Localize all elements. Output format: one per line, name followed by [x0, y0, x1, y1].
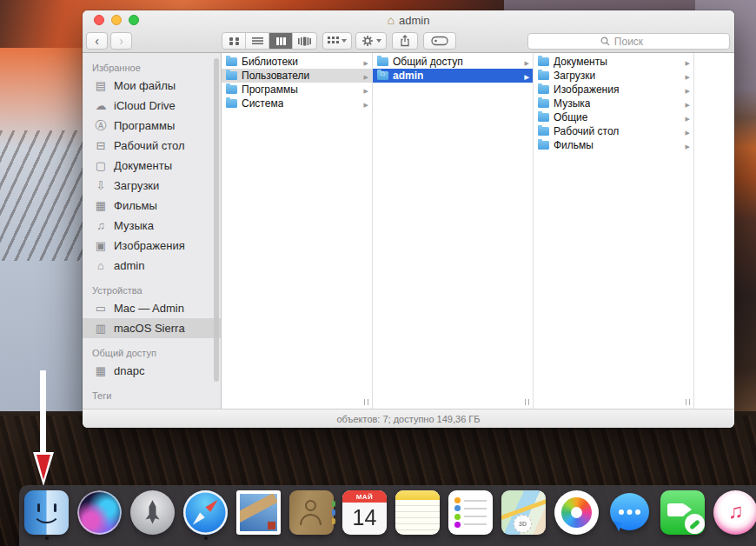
column-view-button[interactable] — [269, 33, 293, 49]
dock-item-calendar[interactable]: МАЙ14 — [342, 490, 387, 535]
sidebar-item-music[interactable]: ♫Музыка — [83, 216, 221, 236]
dock-item-facetime[interactable] — [660, 490, 705, 535]
dock-item-photos[interactable] — [554, 490, 599, 535]
sidebar-item-macos-sierra[interactable]: ▥macOS Sierra — [83, 318, 221, 338]
disclosure-arrow-icon — [686, 125, 690, 137]
contacts-icon — [289, 490, 334, 535]
dock-item-launchpad[interactable] — [130, 490, 175, 535]
sidebar-item-pictures[interactable]: ▣Изображения — [83, 236, 221, 256]
sidebar-item-icloud-drive[interactable]: ☁iCloud Drive — [83, 96, 221, 116]
sidebar-item-label: Мои файлы — [114, 79, 176, 92]
sidebar-item-home-admin[interactable]: ⌂admin — [83, 256, 221, 276]
finder-column-3: ДокументыЗагрузкиИзображенияМузыкаОбщиеР… — [534, 53, 694, 409]
list-view-button[interactable] — [246, 33, 269, 49]
sidebar-scrollbar[interactable] — [214, 58, 219, 382]
dock-item-safari[interactable] — [183, 490, 228, 535]
forward-button[interactable]: › — [110, 32, 132, 50]
window-title: admin — [388, 13, 430, 27]
reminders-icon — [448, 490, 493, 535]
sidebar-item-applications[interactable]: ⒶПрограммы — [83, 116, 221, 136]
minimize-button[interactable] — [111, 15, 122, 25]
finder-column-1: БиблиотекиПользователиПрограммыСистема — [222, 53, 373, 409]
dock-item-notes[interactable] — [395, 490, 440, 535]
chevron-down-icon — [342, 39, 347, 43]
sidebar-item-my-files[interactable]: ▤Мои файлы — [83, 76, 221, 96]
arrange-button[interactable] — [322, 32, 352, 50]
sidebar-item-desktop[interactable]: ⊟Рабочий стол — [83, 136, 221, 156]
dock-item-reminders[interactable] — [448, 490, 493, 535]
sidebar-item-downloads[interactable]: ⇩Загрузки — [83, 176, 221, 196]
zoom-button[interactable] — [129, 15, 139, 25]
sidebar-item-label: dnapc — [114, 364, 144, 377]
file-row-desktop[interactable]: Рабочий стол — [534, 124, 693, 138]
file-row-movies[interactable]: Фильмы — [534, 138, 693, 152]
dock-item-itunes[interactable] — [713, 490, 756, 535]
file-row-users[interactable]: Пользователи — [222, 69, 372, 83]
window-content: Избранное▤Мои файлы☁iCloud DriveⒶПрограм… — [83, 53, 734, 409]
file-row-admin[interactable]: admin — [373, 69, 533, 83]
dock-item-contacts[interactable] — [289, 490, 334, 535]
sidebar-item-mac-admin[interactable]: ▭Mac — Admin — [83, 298, 221, 318]
file-row-label: Музыка — [554, 97, 590, 110]
file-row-label: Библиотеки — [242, 56, 298, 68]
file-row-label: Документы — [554, 56, 607, 68]
view-switcher — [222, 32, 317, 50]
finder-icon — [24, 490, 69, 535]
dock-item-messages[interactable] — [607, 490, 652, 535]
file-row-label: Изображения — [554, 83, 619, 96]
calendar-day: 14 — [342, 503, 387, 532]
finder-column-2: Общий доступadmin — [373, 53, 534, 409]
sidebar-item-movies[interactable]: ▦Фильмы — [83, 196, 221, 216]
camera-icon: ▣ — [94, 239, 108, 252]
finder-column-4 — [694, 53, 734, 409]
folder-icon — [538, 99, 549, 108]
arrange-icon — [328, 37, 339, 45]
mail-icon — [236, 490, 281, 535]
file-row-downloads[interactable]: Загрузки — [534, 69, 693, 83]
status-text: объектов: 7; доступно 149,36 ГБ — [337, 414, 481, 424]
sidebar-item-dnapc[interactable]: ▦dnapc — [83, 361, 221, 381]
file-row-label: admin — [393, 70, 423, 82]
disclosure-arrow-icon — [686, 70, 690, 82]
share-button[interactable] — [392, 32, 418, 50]
disclosure-arrow-icon — [686, 56, 690, 68]
file-row-label: Программы — [242, 83, 298, 96]
rocket-icon — [142, 499, 163, 526]
dock-item-maps[interactable]: 3D — [501, 490, 546, 535]
sidebar: Избранное▤Мои файлы☁iCloud DriveⒶПрограм… — [83, 53, 222, 409]
sidebar-item-documents[interactable]: ▢Документы — [83, 156, 221, 176]
search-input[interactable] — [527, 33, 730, 50]
coverflow-view-icon — [298, 37, 311, 46]
folder-icon — [538, 141, 549, 150]
column-resize-handle[interactable] — [364, 399, 368, 405]
window-title-text: admin — [399, 14, 429, 27]
titlebar[interactable]: admin — [83, 10, 734, 30]
disclosure-arrow-icon — [364, 97, 368, 110]
file-row-label: Общий доступ — [393, 56, 463, 68]
dock-item-siri[interactable] — [77, 490, 122, 535]
file-row-label: Пользователи — [242, 70, 309, 82]
action-menu-button[interactable] — [355, 32, 387, 50]
disclosure-arrow-icon — [525, 70, 529, 82]
file-row-libraries[interactable]: Библиотеки — [222, 55, 372, 69]
file-row-public[interactable]: Общие — [534, 110, 693, 124]
column-resize-handle[interactable] — [686, 399, 690, 405]
coverflow-view-button[interactable] — [293, 33, 316, 49]
tag-button[interactable] — [423, 32, 456, 50]
file-row-documents[interactable]: Документы — [534, 55, 693, 69]
file-row-pictures[interactable]: Изображения — [534, 83, 693, 97]
column-browser: БиблиотекиПользователиПрограммыСистемаОб… — [222, 53, 734, 409]
gear-icon — [361, 35, 374, 47]
column-resize-handle[interactable] — [525, 399, 529, 405]
dock-item-mail[interactable] — [236, 490, 281, 535]
file-row-system[interactable]: Система — [222, 97, 372, 110]
file-row-applications[interactable]: Программы — [222, 83, 372, 97]
file-row-music[interactable]: Музыка — [534, 97, 693, 110]
icon-view-button[interactable] — [222, 33, 246, 49]
back-button[interactable]: ‹ — [86, 32, 108, 50]
close-button[interactable] — [94, 15, 104, 25]
search-field-wrap — [527, 33, 730, 50]
dock-item-finder[interactable] — [24, 490, 69, 535]
sidebar-item-tag-red[interactable]: ●Красный — [83, 403, 221, 409]
file-row-shared[interactable]: Общий доступ — [373, 55, 533, 69]
